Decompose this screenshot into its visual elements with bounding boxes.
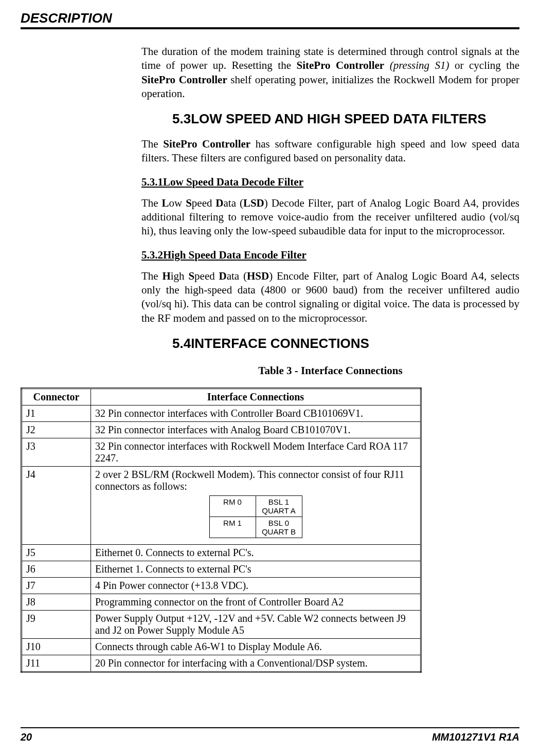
- text-bold: D: [215, 197, 223, 209]
- cell-conn: J4: [22, 466, 91, 544]
- bsl-line2: QUART B: [262, 527, 296, 536]
- table-row: J1 32 Pin connector interfaces with Cont…: [22, 405, 421, 421]
- heading-5-3: 5.3LOW SPEED AND HIGH SPEED DATA FILTERS: [141, 111, 519, 127]
- text: The: [141, 270, 162, 282]
- table-row: J7 4 Pin Power connector (+13.8 VDC).: [22, 577, 421, 594]
- table-header-row: Connector Interface Connections: [22, 388, 421, 405]
- text-bold: D: [219, 270, 227, 282]
- cell-desc: 4 Pin Power connector (+13.8 VDC).: [91, 577, 421, 594]
- text-bold: SitePro Controller: [163, 138, 250, 150]
- text-bold: L: [162, 197, 169, 209]
- heading-5-3-1: 5.3.1Low Speed Data Decode Filter: [141, 176, 519, 189]
- para-modem-training: The duration of the modem training state…: [141, 45, 519, 101]
- table-row: J8 Programming connector on the front of…: [22, 594, 421, 610]
- th-interface: Interface Connections: [91, 388, 421, 405]
- cell-conn: J8: [22, 594, 91, 610]
- cell-conn: J1: [22, 405, 91, 421]
- text-italic: (pressing S1): [384, 59, 449, 71]
- heading-5-4: 5.4INTERFACE CONNECTIONS: [141, 336, 519, 352]
- header-rule: [21, 27, 519, 29]
- para-filters-intro: The SitePro Controller has software conf…: [141, 137, 519, 165]
- text: The: [141, 138, 163, 150]
- page-header-title: DESCRIPTION: [21, 10, 519, 26]
- cell-desc-j4: 2 over 2 BSL/RM (Rockwell Modem). This c…: [91, 466, 421, 544]
- cell-desc: Eithernet 0. Connects to external PC's.: [91, 544, 421, 561]
- text: or cycling the: [449, 59, 519, 71]
- cell-conn: J5: [22, 544, 91, 561]
- inner-cell: BSL 0 QUART B: [256, 517, 302, 538]
- heading-5-3-2: 5.3.2High Speed Data Encode Filter: [141, 249, 519, 262]
- text-bold: S: [188, 270, 194, 282]
- para-hsd: The High Speed Data (HSD) Encode Filter,…: [141, 269, 519, 325]
- cell-conn: J7: [22, 577, 91, 594]
- inner-cell: RM 0: [209, 495, 256, 517]
- cell-desc: Eithernet 1. Connects to external PC's: [91, 561, 421, 577]
- table-caption: Table 3 - Interface Connections: [141, 364, 519, 377]
- text: peed: [192, 197, 216, 209]
- table-row: J5 Eithernet 0. Connects to external PC'…: [22, 544, 421, 561]
- table-row: J2 32 Pin connector interfaces with Anal…: [22, 421, 421, 438]
- j4-text: 2 over 2 BSL/RM (Rockwell Modem). This c…: [95, 469, 404, 492]
- text: igh: [171, 270, 189, 282]
- text: ow: [169, 197, 186, 209]
- cell-conn: J10: [22, 638, 91, 655]
- text-bold: H: [162, 270, 170, 282]
- bsl-line2: QUART A: [262, 506, 295, 515]
- th-connector: Connector: [22, 388, 91, 405]
- text: peed: [194, 270, 219, 282]
- table-row: J11 20 Pin connector for interfacing wit…: [22, 655, 421, 672]
- cell-desc: Power Supply Output +12V, -12V and +5V. …: [91, 610, 421, 638]
- text-bold: SitePro Controller: [141, 73, 227, 86]
- inner-row: RM 0 BSL 1 QUART A: [209, 495, 302, 517]
- inner-cell: RM 1: [209, 517, 256, 538]
- bsl-line1: BSL 1: [268, 497, 289, 506]
- cell-conn: J6: [22, 561, 91, 577]
- interface-connections-table: Connector Interface Connections J1 32 Pi…: [21, 388, 422, 673]
- text-bold: LSD: [243, 197, 264, 209]
- cell-desc: Connects through cable A6-W1 to Display …: [91, 638, 421, 655]
- cell-desc: 32 Pin connector interfaces with Control…: [91, 405, 421, 421]
- text: ata (: [227, 270, 247, 282]
- cell-conn: J9: [22, 610, 91, 638]
- table-row: J10 Connects through cable A6-W1 to Disp…: [22, 638, 421, 655]
- inner-cell: BSL 1 QUART A: [256, 495, 302, 517]
- cell-desc: 32 Pin connector interfaces with Analog …: [91, 421, 421, 438]
- table-row: J4 2 over 2 BSL/RM (Rockwell Modem). Thi…: [22, 466, 421, 544]
- cell-conn: J11: [22, 655, 91, 672]
- para-lsd: The Low Speed Data (LSD) Decode Filter, …: [141, 196, 519, 238]
- page-number: 20: [21, 731, 32, 743]
- table-row: J6 Eithernet 1. Connects to external PC'…: [22, 561, 421, 577]
- cell-desc: 32 Pin connector interfaces with Rockwel…: [91, 438, 421, 466]
- cell-conn: J2: [22, 421, 91, 438]
- bsl-line1: BSL 0: [268, 519, 289, 527]
- text-bold: HSD: [247, 270, 269, 282]
- doc-id: MM101271V1 R1A: [432, 731, 519, 743]
- inner-row: RM 1 BSL 0 QUART B: [209, 517, 302, 538]
- text-bold: SitePro Controller: [297, 59, 385, 71]
- cell-conn: J3: [22, 438, 91, 466]
- j4-inner-table: RM 0 BSL 1 QUART A RM 1 BSL 0 QUART B: [209, 495, 302, 538]
- table-row: J9 Power Supply Output +12V, -12V and +5…: [22, 610, 421, 638]
- table-row: J3 32 Pin connector interfaces with Rock…: [22, 438, 421, 466]
- content-area: The duration of the modem training state…: [141, 45, 519, 377]
- cell-desc: 20 Pin connector for interfacing with a …: [91, 655, 421, 672]
- cell-desc: Programming connector on the front of Co…: [91, 594, 421, 610]
- page-footer: 20 MM101271V1 R1A: [21, 727, 519, 743]
- text: ata (: [224, 197, 243, 209]
- text: The: [141, 197, 162, 209]
- text-bold: S: [186, 197, 192, 209]
